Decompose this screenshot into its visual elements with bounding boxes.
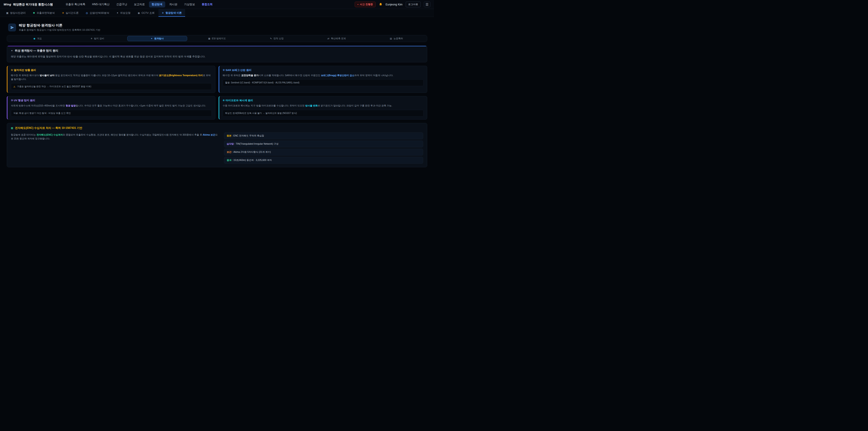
step-label: 원본	[227, 134, 231, 137]
app: { "topnav": { "logo": "Wing", "brand": "…	[0, 0, 434, 215]
principle-card-title: ① 열적외선 방출 원리	[11, 68, 212, 72]
principle-card-microwave-radiometer: ④ 마이크로파 복사계 원리 수동 마이크로파 복사계는 지구 방출 마이크로파…	[219, 96, 427, 119]
document-icon: ▤	[390, 37, 392, 40]
tab-area-calculation[interactable]: ✎ 면적 산정	[247, 36, 307, 41]
tab-label: 논문특허	[394, 37, 403, 40]
app-logo-icon: Wing	[4, 3, 11, 6]
subnav-item-image-photo-management[interactable]: ▣ 영상사진관리	[3, 9, 29, 17]
principle-card-sar-bragg: ② SAR 브래그 산란 원리 해수면 위 유막은 표면장력을 증가시켜 소파를…	[219, 66, 427, 93]
enc-section-title: ▦ 전자해도(ENC) 수심자료 처리 — 특허 10-1567431 기반	[11, 126, 423, 130]
warning-icon: ⚠	[13, 86, 16, 88]
principle-card-title: ② SAR 브래그 산란 원리	[223, 68, 424, 72]
nav-item-aerial-search[interactable]: 항공탐색	[149, 1, 165, 7]
section-description: 해양 유출유는 해수면에 유막을 형성하여 전자기파 반사·방출·산란 특성을 …	[11, 55, 423, 59]
tab-papers-patents[interactable]: ▤ 논문특허	[366, 36, 426, 41]
subnav-label: 실시간드론	[66, 11, 79, 15]
hamburger-menu-icon[interactable]: ☰	[424, 2, 430, 7]
step-text: : ENC 전자해도 무작위 측심점	[231, 134, 264, 137]
tab-label: 면적 산정	[274, 37, 284, 40]
principle-card-title: ④ 마이크로파 복사계 원리	[223, 99, 424, 102]
principle-card-note: 활용: Sentinel-1(C-band) · KOMPSAT-5(X-ban…	[223, 79, 424, 86]
step-label: 결과	[227, 159, 231, 161]
satellite-icon: ✦	[116, 11, 119, 14]
tab-detection-equipment[interactable]: ✈ 탐지 장비	[68, 36, 127, 41]
tab-label: ESI 방제지도	[212, 37, 226, 40]
enc-description: 항공탐색 표준 데이터는 전자해도(ENC) 수심격자와 중첩되어 유출유의 수…	[11, 132, 218, 141]
logout-button[interactable]: 로그아웃	[406, 2, 421, 7]
section-title: ✦ 위성 원격탐사 — 유출유 탐지 원리	[11, 49, 423, 53]
principle-card-note: ⚠ 구름은 열적외선을 완전 차단 → 마이크로파 보조 필요 (NGSST 융…	[11, 83, 212, 90]
nav-item-hns-air-diffusion[interactable]: HNS·대기확산	[89, 1, 112, 7]
subnav-item-aerial-search-theory[interactable]: ✈ 항공탐색 이론	[158, 9, 185, 17]
principle-card-uv-fluorescence: ③ UV 형광 탐지 원리 석유계 탄화수소에 자외선(310–400nm)을 …	[7, 96, 215, 119]
principle-card-note: 해상도 한계(50km)로 단독 사용 불가 → 열적외선과 융합 (NGSST…	[223, 110, 424, 117]
enc-step-row-tin: 삼각망 : TIN(Triangulated Irregular Network…	[224, 141, 423, 147]
subnav-label: 항공탐색 이론	[165, 11, 182, 15]
link-icon: ⇄	[328, 37, 329, 40]
area-analysis-icon: ✱	[33, 11, 35, 14]
step-label: 보간	[227, 151, 231, 153]
subnav-item-cctv-view[interactable]: ◉ CCTV 조회	[134, 9, 158, 17]
main-menu: 유출유 확산예측 HNS·대기확산 긴급구난 보고자료 항공탐색 게시판 기상정…	[63, 1, 215, 7]
principle-card-body: 해수면 위 유막은 해수보다 방사율이 낮아 동일 온도에서도 적외선 방출량이…	[11, 73, 212, 81]
tab-label: 원격탐사	[154, 37, 164, 40]
subnav-label: CCTV 조회	[142, 11, 155, 15]
theory-tab-bar: ◉ 개요 ✈ 탐지 장비 ✦ 원격탐사 ▦ ESI 방제지도 ✎ 면적 산정 ⇄…	[7, 35, 427, 42]
subnav-item-pollution-ship-3d[interactable]: ◎ 오염/선박3D분석	[83, 9, 113, 17]
nav-item-emergency-rescue[interactable]: 긴급구난	[114, 1, 130, 7]
notification-bell-icon[interactable]	[379, 3, 382, 6]
satellite-icon: ✦	[151, 37, 153, 40]
pencil-icon: ✎	[270, 37, 272, 40]
note-text: 해상도 한계(50km)로 단독 사용 불가 → 열적외선과 융합 (NGSST…	[225, 112, 297, 115]
note-text: 적용: 해경 감시 항공기 야간 탐색 · 비정상 유출 신고 확인	[13, 112, 71, 115]
principle-cards-grid: ① 열적외선 방출 원리 해수면 위 유막은 해수보다 방사율이 낮아 동일 온…	[7, 66, 427, 120]
paper-plane-icon	[8, 24, 16, 31]
tab-esi-response-map[interactable]: ▦ ESI 방제지도	[187, 36, 247, 41]
satellite-icon: ✦	[11, 49, 13, 52]
remote-sensing-intro-section: ✦ 위성 원격탐사 — 유출유 탐지 원리 해양 유출유는 해수면에 유막을 형…	[7, 45, 427, 62]
page-header-text: 해양 항공탐색·원격탐사 이론 유출유 원격탐지·항공감시 기법·ESI 방제정…	[19, 23, 100, 32]
note-text: 구름은 열적외선을 완전 차단 → 마이크로파 보조 필요 (NGSST 융합 …	[17, 85, 91, 88]
camera-icon: ◉	[138, 11, 140, 14]
globe-icon: ◉	[33, 37, 35, 40]
tab-diffusion-prediction-link[interactable]: ⇄ 확산예측 연계	[307, 36, 367, 41]
note-text: 활용: Sentinel-1(C-band) · KOMPSAT-5(X-ban…	[225, 81, 300, 84]
principle-card-body: 석유계 탄화수소에 자외선(310–400nm)을 조사하면 형광 발광합니다.…	[11, 104, 212, 107]
nav-item-integrated-search[interactable]: 통합조회	[199, 1, 215, 7]
app-title: 해양환경 위기대응 통합시스템	[13, 2, 53, 6]
image-icon: ▣	[6, 11, 8, 14]
nav-item-reports[interactable]: 보고자료	[131, 1, 148, 7]
sub-navigation-bar: ▣ 영상사진관리 ✱ 유출유면적분석 ✈ 실시간드론 ◎ 오염/선박3D분석 ✦…	[0, 9, 434, 17]
enc-title-text: 전자해도(ENC) 수심자료 처리 — 특허 10-1567431 기반	[15, 126, 82, 130]
incident-status-label: 사고 진행중	[360, 3, 373, 6]
subnav-label: 오염/선박3D분석	[90, 11, 109, 15]
subnav-item-realtime-drone[interactable]: ✈ 실시간드론	[59, 9, 82, 17]
tab-label: 개요	[37, 37, 42, 40]
enc-step-row-result: 결과 : 15초(463m) 등간격 · 3,225,600 격자	[224, 157, 423, 164]
principle-card-note: 적용: 해경 감시 항공기 야간 탐색 · 비정상 유출 신고 확인	[11, 110, 212, 117]
incident-status-badge[interactable]: ● 사고 진행중	[355, 2, 376, 7]
subnav-label: 위성요청	[120, 11, 131, 15]
principle-card-thermal-infrared: ① 열적외선 방출 원리 해수면 위 유막은 해수보다 방사율이 낮아 동일 온…	[7, 66, 215, 93]
topnav-right-cluster: ● 사고 진행중 Eunjeong Kim 로그아웃 ☰	[355, 2, 430, 7]
principle-card-body: 수동 마이크로파 복사계는 지구 방출 마이크로파를 수신합니다. 유막이 있으…	[223, 104, 424, 107]
step-label: 삼각망	[227, 143, 234, 145]
tab-remote-sensing[interactable]: ✦ 원격탐사	[127, 36, 187, 41]
tab-label: 확산예측 연계	[331, 37, 346, 40]
nav-item-weather-info[interactable]: 기상정보	[182, 1, 198, 7]
enc-step-list: 원본 : ENC 전자해도 무작위 측심점 삼각망 : TIN(Triangul…	[224, 132, 423, 164]
grid-chart-icon: ▦	[11, 127, 13, 129]
step-text: : Akima 2차원 5차다항식 (21개 계수)	[231, 151, 271, 153]
subnav-item-satellite-request[interactable]: ✦ 위성요청	[113, 9, 134, 17]
main-content: 해양 항공탐색·원격탐사 이론 유출유 원격탐지·항공감시 기법·ESI 방제정…	[0, 17, 434, 176]
nav-item-oil-spill-prediction[interactable]: 유출유 확산예측	[63, 1, 88, 7]
drone-icon: ✈	[62, 11, 64, 14]
nav-item-board[interactable]: 게시판	[166, 1, 180, 7]
subnav-item-oil-area-analysis[interactable]: ✱ 유출유면적분석	[29, 9, 58, 17]
section-title-text: 위성 원격탐사 — 유출유 탐지 원리	[15, 49, 58, 53]
plane-icon: ✈	[91, 37, 92, 40]
enc-step-row-interpolation: 보간 : Akima 2차원 5차다항식 (21개 계수)	[224, 149, 423, 155]
tab-overview[interactable]: ◉ 개요	[8, 36, 68, 41]
subnav-label: 영상사진관리	[10, 11, 26, 15]
enc-content: 항공탐색 표준 데이터는 전자해도(ENC) 수심격자와 중첩되어 유출유의 수…	[11, 132, 423, 164]
